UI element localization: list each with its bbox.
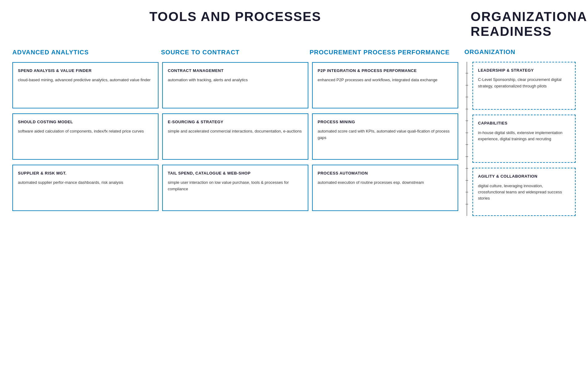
org-card-body: digital culture, leveraging innovation, … [478,183,570,201]
card-title: SHOULD COSTING MODEL [18,120,153,125]
col3-header: PROCUREMENT PROCESS PERFORMANCE [310,49,458,56]
card-row2-col3: PROCESS MINING automated score card with… [312,113,458,160]
card-title: PROCESS MINING [318,120,453,125]
card-body: simple and accelerated commercial intera… [168,128,303,134]
org-card-body: in-house digital skills, extensive imple… [478,130,570,142]
org-card-row1: LEADERSHIP & STRATEGY C-Level Sponsorshi… [472,62,576,110]
card-row2-col1: SHOULD COSTING MODEL software aided calc… [12,113,159,160]
card-body: software aided calculation of components… [18,128,153,134]
card-body: simple user interaction on low value pur… [168,179,303,192]
card-row1-col1: SPEND ANALYSIS & VALUE FINDER cloud-base… [12,62,159,108]
card-title: E-SOURCING & STRATEGY [168,120,303,125]
card-body: automated score card with KPIs, automate… [318,128,453,141]
card-body: cloud-based mining, advanced predictive … [18,77,153,83]
card-body: automated execution of routine processes… [318,179,453,186]
card-row2-col2: E-SOURCING & STRATEGY simple and acceler… [162,113,308,160]
org-card-row2: CAPABILITIES in-house digital skills, ex… [472,115,576,163]
org-title: ORGANIZATIONAL READINESS [471,9,576,39]
card-row3-col3: PROCESS AUTOMATION automated execution o… [312,165,458,211]
card-title: P2P INTEGRATION & PROCESS PERFORMANCE [318,68,453,74]
card-title: TAIL SPEND, CATALOGUE & WEB-SHOP [168,171,303,176]
card-row3-col2: TAIL SPEND, CATALOGUE & WEB-SHOP simple … [162,165,308,211]
row-group-1: SPEND ANALYSIS & VALUE FINDER cloud-base… [12,62,458,108]
org-col-header: ORGANIZATION [464,49,576,56]
card-title: PROCESS AUTOMATION [318,171,453,176]
card-row1-col3: P2P INTEGRATION & PROCESS PERFORMANCE en… [312,62,458,108]
card-title: CONTRACT MANAGEMENT [168,68,303,74]
org-card-title: LEADERSHIP & STRATEGY [478,68,570,73]
card-row3-col1: SUPPLIER & RISK MGT. automated supplier … [12,165,159,211]
col2-header: SOURCE TO CONTRACT [161,49,310,56]
card-body: automation with tracking, alerts and ana… [168,77,303,83]
row-group-3: SUPPLIER & RISK MGT. automated supplier … [12,165,458,211]
card-title: SPEND ANALYSIS & VALUE FINDER [18,68,153,74]
card-body: enhanced P2P processes and workflows, in… [318,77,453,83]
card-row1-col2: CONTRACT MANAGEMENT automation with trac… [162,62,308,108]
org-card-title: AGILITY & COLLABORATION [478,174,570,179]
org-card-body: C-Level Sponsorship, clear procurement d… [478,77,570,89]
org-card-row3: AGILITY & COLLABORATION digital culture,… [472,168,576,216]
row-group-2: SHOULD COSTING MODEL software aided calc… [12,113,458,160]
card-title: SUPPLIER & RISK MGT. [18,171,153,176]
card-body: automated supplier perfor-mance dashboar… [18,179,153,186]
main-title: TOOLS AND PROCESSES [12,9,458,24]
col1-header: ADVANCED ANALYTICS [12,49,161,56]
org-card-title: CAPABILITIES [478,121,570,126]
